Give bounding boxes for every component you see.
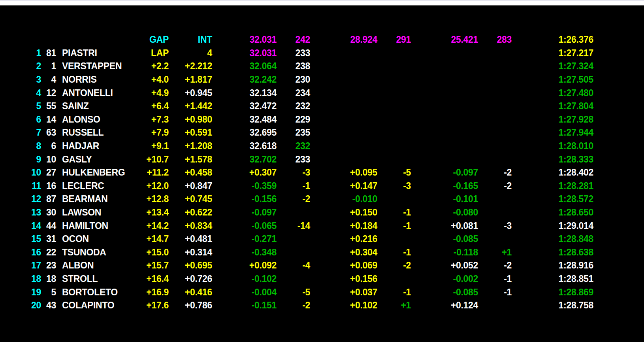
- position-cell: 10: [0, 168, 41, 177]
- gap-cell: +13.4: [141, 208, 169, 217]
- laptime-cell: 1:28.281: [512, 181, 593, 191]
- sector1-speed-cell: 233: [277, 155, 310, 164]
- sector2-time-cell: +0.150: [310, 208, 377, 217]
- interval-cell: +1.817: [169, 75, 212, 84]
- sector1-time-cell: 32.064: [212, 62, 277, 71]
- position-cell: 4: [0, 89, 41, 98]
- table-row: 6 14 ALONSO +7.3 +0.980 32.484 229 1:27.…: [0, 113, 593, 127]
- sector3-time-cell: -0.080: [411, 208, 478, 217]
- position-cell: 15: [0, 234, 41, 244]
- sector1-time-cell: -0.151: [212, 301, 277, 310]
- laptime-cell: 1:28.402: [512, 168, 593, 177]
- car-number-cell: 22: [41, 248, 56, 257]
- car-number-cell: 23: [41, 261, 56, 270]
- table-row: 12 87 BEARMAN +12.8 +0.745 -0.156 -2 -0.…: [0, 193, 593, 206]
- sector1-speed-cell: 229: [277, 115, 310, 124]
- car-number-cell: 31: [41, 234, 56, 244]
- table-row: 14 44 HAMILTON +14.2 +0.834 -0.065 -14 +…: [0, 219, 593, 232]
- interval-cell: +0.945: [169, 89, 212, 98]
- position-cell: 19: [0, 288, 41, 297]
- car-number-cell: 10: [41, 155, 56, 164]
- laptime-cell: 1:29.014: [512, 221, 593, 231]
- sector3-speed-cell: +1: [478, 248, 512, 257]
- sector2-speed-cell: -1: [377, 288, 411, 297]
- gap-cell: +4.0: [141, 75, 169, 84]
- sector1-speed-cell: -3: [277, 168, 310, 177]
- gap-cell: +9.1: [141, 142, 169, 151]
- laptime-cell: 1:27.944: [512, 128, 593, 137]
- sector2-speed-cell: -1: [377, 208, 411, 217]
- position-cell: 3: [0, 75, 41, 84]
- sector3-time-cell: -0.085: [411, 288, 478, 297]
- position-cell: 14: [0, 221, 41, 231]
- driver-name-cell: ALONSO: [56, 115, 141, 124]
- table-row: 10 27 HULKENBERG +11.2 +0.458 +0.307 -3 …: [0, 166, 593, 180]
- sector1-speed-cell: -5: [277, 288, 310, 297]
- position-cell: 12: [0, 195, 41, 204]
- sector2-speed-cell: -2: [377, 261, 411, 270]
- interval-cell: +0.980: [169, 115, 212, 124]
- interval-cell: +0.416: [169, 288, 212, 297]
- table-row: 15 31 OCON +14.7 +0.481 -0.271 +0.216 -0…: [0, 232, 593, 246]
- gap-cell: +10.7: [141, 155, 169, 164]
- sector1-time-cell: +0.092: [212, 261, 277, 270]
- driver-name-cell: RUSSELL: [56, 128, 141, 137]
- position-cell: 13: [0, 208, 41, 217]
- sector3-time-cell: -0.118: [411, 248, 478, 257]
- gap-cell: +14.7: [141, 234, 169, 244]
- driver-name-cell: BORTOLETO: [56, 288, 141, 297]
- interval-cell-header: INT: [169, 35, 212, 44]
- table-row: 19 5 BORTOLETO +16.9 +0.416 -0.004 -5 +0…: [0, 285, 593, 299]
- table-row: 17 23 ALBON +15.7 +0.695 +0.092 -4 +0.06…: [0, 259, 593, 272]
- sector1-time-cell: 32.472: [212, 102, 277, 111]
- interval-cell: +0.786: [169, 301, 212, 310]
- laptime-cell: 1:27.928: [512, 115, 593, 124]
- interval-cell: 4: [169, 49, 212, 58]
- sector3-time-cell: -0.165: [411, 181, 478, 191]
- car-number-cell: 87: [41, 195, 56, 204]
- sector2-speed-cell: -1: [377, 221, 411, 231]
- table-row: 1 81 PIASTRI LAP 4 32.031 233 1:27.217: [0, 47, 593, 60]
- sector2-speed-cell-header: 291: [377, 35, 411, 44]
- car-number-cell: 6: [41, 142, 56, 151]
- sector1-speed-cell: 238: [277, 62, 310, 71]
- position-cell: 8: [0, 142, 41, 151]
- sector1-speed-cell: -2: [277, 195, 310, 204]
- gap-cell: +12.0: [141, 181, 169, 191]
- interval-cell: +0.591: [169, 128, 212, 137]
- sector1-speed-cell: -4: [277, 261, 310, 270]
- sector1-time-cell: -0.102: [212, 274, 277, 283]
- position-cell: 2: [0, 62, 41, 71]
- sector2-time-cell: +0.037: [310, 288, 377, 297]
- car-number-cell: 18: [41, 274, 56, 283]
- laptime-cell-header: 1:26.376: [512, 35, 593, 44]
- interval-cell: +2.212: [169, 62, 212, 71]
- interval-cell: +0.314: [169, 248, 212, 257]
- sector2-speed-cell: -5: [377, 168, 411, 177]
- driver-name-cell: GASLY: [56, 155, 141, 164]
- interval-cell: +0.834: [169, 221, 212, 231]
- sector1-speed-cell-header: 242: [277, 35, 310, 44]
- gap-cell: +12.8: [141, 195, 169, 204]
- sector1-speed-cell: 233: [277, 49, 310, 58]
- driver-name-cell: ALBON: [56, 261, 141, 270]
- interval-cell: +0.458: [169, 168, 212, 177]
- gap-cell: +16.4: [141, 274, 169, 283]
- sector2-time-cell: +0.147: [310, 181, 377, 191]
- table-row: 7 63 RUSSELL +7.9 +0.591 32.695 235 1:27…: [0, 126, 593, 140]
- gap-cell: +11.2: [141, 168, 169, 177]
- driver-name-cell: STROLL: [56, 274, 141, 283]
- driver-name-cell: OCON: [56, 234, 141, 244]
- gap-cell: +14.2: [141, 221, 169, 231]
- car-number-cell: 43: [41, 301, 56, 310]
- sector2-time-cell: +0.156: [310, 274, 377, 283]
- interval-cell: +0.745: [169, 195, 212, 204]
- laptime-cell: 1:28.333: [512, 155, 593, 164]
- sector1-time-cell: +0.307: [212, 168, 277, 177]
- table-row: 5 55 SAINZ +6.4 +1.442 32.472 232 1:27.8…: [0, 100, 593, 113]
- driver-name-cell: COLAPINTO: [56, 301, 141, 310]
- timing-table: GAP INT 32.031 242 28.924 291 25.421 283…: [0, 33, 593, 312]
- car-number-cell: 81: [41, 49, 56, 58]
- driver-name-cell: LECLERC: [56, 181, 141, 191]
- laptime-cell: 1:27.480: [512, 89, 593, 98]
